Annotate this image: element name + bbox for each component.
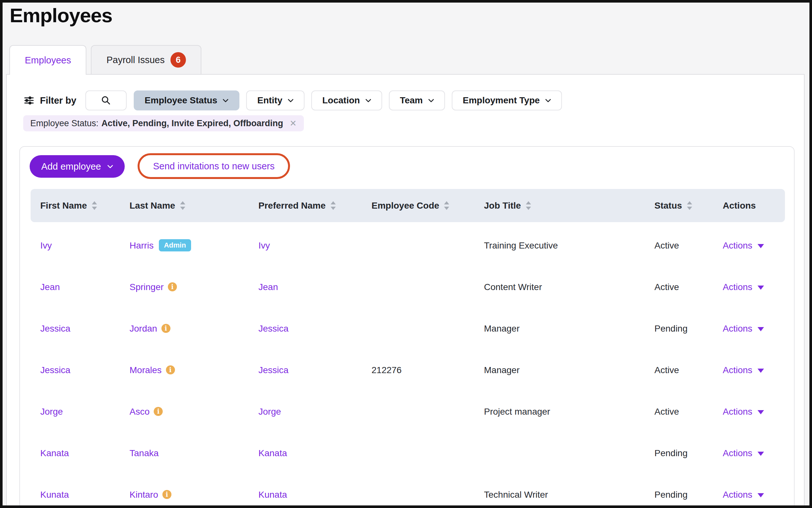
column-header[interactable]: First Name	[31, 201, 120, 211]
job-title-cell: Technical Writer	[474, 490, 645, 500]
employees-page: Employees Employees Payroll Issues 6	[0, 0, 812, 508]
table-row: Jessica Jordan i Jessica Manager Pending	[31, 308, 785, 349]
filter-dropdown-button[interactable]: Employee Status	[134, 90, 240, 111]
row-actions-label: Actions	[723, 407, 752, 417]
sort-icon[interactable]	[92, 201, 97, 210]
first-name-link[interactable]: Jessica	[40, 324, 70, 334]
caret-down-icon	[758, 493, 764, 497]
caret-down-icon	[758, 369, 764, 373]
sort-icon[interactable]	[444, 201, 449, 210]
filter-dropdown-button[interactable]: Team	[389, 90, 445, 111]
sort-icon[interactable]	[331, 201, 336, 210]
row-actions-button[interactable]: Actions	[723, 365, 764, 375]
column-header[interactable]: Actions	[713, 201, 785, 211]
column-header-label: Status	[654, 201, 682, 211]
last-name-link[interactable]: Springer	[129, 282, 164, 292]
payroll-issues-count-badge: 6	[170, 52, 186, 68]
row-actions-button[interactable]: Actions	[723, 490, 764, 500]
table-row: Jessica Morales i Jessica 212276 Manager…	[31, 349, 785, 391]
filter-dropdown-label: Employment Type	[463, 95, 540, 105]
column-header[interactable]: Preferred Name	[249, 201, 362, 211]
column-header-label: First Name	[40, 201, 87, 211]
send-invitations-button[interactable]: Send invitations to new users	[138, 153, 290, 179]
filter-dropdown-button[interactable]: Location	[311, 90, 382, 111]
filter-by: Filter by	[24, 95, 76, 106]
job-title-cell: Training Executive	[474, 241, 645, 251]
last-name-link[interactable]: Tanaka	[129, 448, 159, 458]
preferred-name-link[interactable]: Jessica	[259, 324, 288, 334]
preferred-name-link[interactable]: Jessica	[259, 365, 288, 375]
chevron-down-icon	[223, 99, 228, 102]
first-name-link[interactable]: Jean	[40, 282, 60, 292]
last-name-link[interactable]: Morales	[129, 365, 162, 375]
filter-dropdown-button[interactable]: Employment Type	[452, 90, 562, 111]
row-actions-button[interactable]: Actions	[723, 282, 764, 292]
status-cell: Active	[645, 407, 713, 417]
row-actions-label: Actions	[723, 448, 752, 458]
first-name-link[interactable]: Kunata	[40, 490, 69, 500]
tab[interactable]: Payroll Issues 6	[91, 45, 201, 75]
add-employee-button[interactable]: Add employee	[30, 155, 125, 178]
column-header[interactable]: Last Name	[120, 201, 249, 211]
caret-down-icon	[758, 286, 764, 290]
filter-by-label: Filter by	[40, 95, 76, 106]
preferred-name-link[interactable]: Kanata	[259, 448, 287, 458]
first-name-link[interactable]: Jessica	[40, 365, 70, 375]
table-row: Jorge Asco i Jorge Project manager Activ…	[31, 391, 785, 432]
chevron-down-icon	[545, 99, 551, 102]
job-title-cell: Content Writer	[474, 282, 645, 292]
info-icon[interactable]: i	[168, 282, 177, 291]
job-title-cell: Project manager	[474, 407, 645, 417]
status-cell: Pending	[645, 448, 713, 458]
row-actions-button[interactable]: Actions	[723, 324, 764, 334]
status-cell: Active	[645, 282, 713, 292]
page-title: Employees	[10, 4, 112, 27]
preferred-name-link[interactable]: Jean	[259, 282, 278, 292]
info-icon[interactable]: i	[154, 407, 163, 416]
row-actions-button[interactable]: Actions	[723, 407, 764, 417]
sort-icon[interactable]	[180, 201, 185, 210]
row-actions-label: Actions	[723, 241, 752, 251]
table-body: Ivy Harris Admin i Ivy Training Executiv…	[31, 222, 785, 508]
filter-dropdown-label: Team	[400, 95, 423, 105]
first-name-link[interactable]: Ivy	[40, 241, 52, 251]
active-filter-chip[interactable]: Employee Status: Active, Pending, Invite…	[23, 115, 304, 131]
search-icon	[101, 95, 111, 105]
info-icon[interactable]: i	[161, 324, 170, 333]
caret-down-icon	[758, 410, 764, 414]
add-employee-label: Add employee	[41, 161, 101, 172]
last-name-link[interactable]: Harris	[129, 241, 154, 251]
status-cell: Pending	[645, 324, 713, 334]
last-name-link[interactable]: Asco	[129, 407, 150, 417]
search-button[interactable]	[85, 90, 127, 111]
column-header-label: Last Name	[129, 201, 175, 211]
caret-down-icon	[758, 327, 764, 331]
row-actions-button[interactable]: Actions	[723, 448, 764, 458]
preferred-name-link[interactable]: Ivy	[259, 241, 270, 251]
info-icon[interactable]: i	[162, 490, 171, 499]
column-header[interactable]: Job Title	[474, 201, 645, 211]
preferred-name-link[interactable]: Jorge	[259, 407, 281, 417]
last-name-link[interactable]: Kintaro	[129, 490, 158, 500]
first-name-link[interactable]: Jorge	[40, 407, 63, 417]
row-actions-label: Actions	[723, 282, 752, 292]
sort-icon[interactable]	[687, 201, 692, 210]
row-actions-button[interactable]: Actions	[723, 241, 764, 251]
sort-icon[interactable]	[526, 201, 531, 210]
column-header-label: Preferred Name	[259, 201, 326, 211]
preferred-name-link[interactable]: Kunata	[259, 490, 287, 500]
chevron-down-icon	[365, 99, 371, 102]
filter-dropdown-label: Location	[322, 95, 360, 105]
remove-filter-icon[interactable]: ✕	[290, 119, 297, 128]
table-row: Kanata Tanaka i Kanata Pending	[31, 432, 785, 474]
status-cell: Active	[645, 241, 713, 251]
first-name-link[interactable]: Kanata	[40, 448, 69, 458]
last-name-link[interactable]: Jordan	[129, 324, 157, 334]
info-icon[interactable]: i	[166, 366, 175, 374]
filter-sliders-icon	[24, 95, 34, 105]
tab[interactable]: Employees	[9, 45, 86, 75]
column-header[interactable]: Employee Code	[362, 201, 474, 211]
column-header[interactable]: Status	[645, 201, 713, 211]
filter-dropdown-button[interactable]: Entity	[246, 90, 305, 111]
chevron-down-icon	[428, 99, 434, 102]
